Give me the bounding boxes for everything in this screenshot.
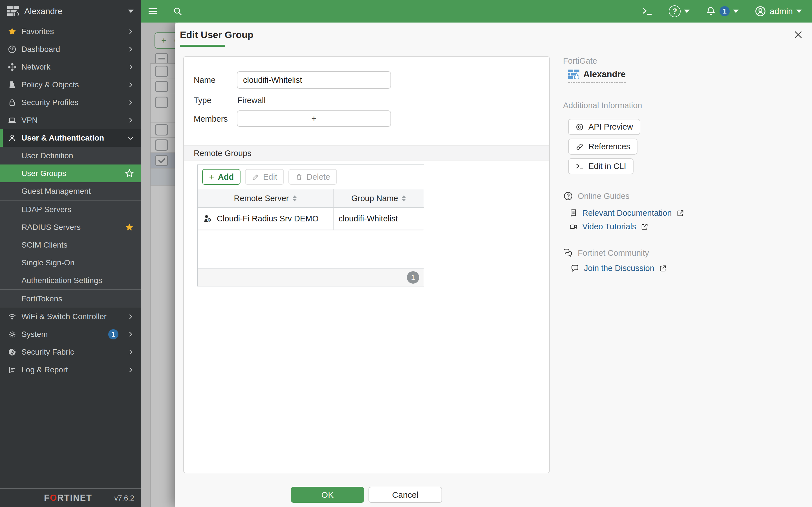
online-guides-header: Online Guides [563, 191, 629, 201]
plus-icon: + [311, 114, 317, 124]
plus-icon: + [209, 172, 214, 182]
additional-information-label: Additional Information [563, 101, 642, 110]
help-circle-icon [563, 191, 573, 201]
target-icon [575, 123, 584, 131]
form-card: Name Type Firewall Members + Remote Grou… [183, 56, 550, 473]
sidebar-item-wifi-switch-controller[interactable]: WiFi & Switch Controller [0, 307, 141, 325]
remote-groups-section-header: Remote Groups [184, 145, 549, 161]
sidebar-item-security-fabric[interactable]: Security Fabric [0, 343, 141, 361]
star-icon [7, 27, 17, 36]
modal-overlay [141, 22, 175, 507]
user-icon [7, 133, 17, 143]
fortinet-community-header: Fortinet Community [563, 248, 649, 258]
sidebar-item-security-profiles[interactable]: Security Profiles [0, 94, 141, 111]
notifications-button[interactable]: 1 [705, 6, 739, 17]
video-tutorials-link[interactable]: Video Tutorials [569, 222, 649, 231]
relevant-documentation-link[interactable]: Relevant Documentation [569, 209, 684, 218]
book-icon [569, 209, 578, 217]
sidebar-item-user-authentication[interactable]: User & Authentication [0, 129, 141, 147]
join-discussion-link[interactable]: Join the Discussion [570, 264, 667, 273]
terminal-icon [575, 162, 584, 171]
laptop-icon [7, 116, 17, 125]
chevron-right-icon [127, 366, 134, 374]
close-dialog-button[interactable] [792, 28, 805, 41]
star-filled-icon[interactable] [124, 223, 134, 232]
device-selector[interactable]: Alexandre [0, 0, 141, 22]
document-icon [7, 80, 17, 89]
sidebar-item-guest-management[interactable]: Guest Management [0, 182, 141, 200]
system-notification-badge: 1 [108, 329, 118, 339]
table-pagination: 1 [198, 269, 424, 286]
chevron-right-icon [127, 28, 134, 35]
sidebar-item-scim-clients[interactable]: SCIM Clients [0, 236, 141, 254]
pencil-icon [252, 173, 260, 181]
sidebar-item-vpn[interactable]: VPN [0, 111, 141, 129]
fortigate-device-name: Alexandre [583, 69, 626, 79]
sidebar-item-single-sign-on[interactable]: Single Sign-On [0, 254, 141, 272]
type-value: Firewall [238, 96, 266, 105]
references-button[interactable]: References [568, 138, 638, 155]
sidebar-item-authentication-settings[interactable]: Authentication Settings [0, 272, 141, 289]
column-header-group-name[interactable]: Group Name [334, 189, 424, 207]
search-button[interactable] [172, 6, 183, 16]
external-link-icon [659, 265, 667, 272]
gear-icon [7, 330, 17, 339]
device-name: Alexandre [24, 6, 62, 16]
chevron-right-icon [127, 117, 134, 124]
edit-in-cli-button[interactable]: Edit in CLI [568, 158, 633, 174]
link-icon [575, 143, 584, 151]
members-label: Members [194, 114, 228, 124]
hamburger-menu-button[interactable] [148, 7, 158, 15]
table-row[interactable]: R Cloudi-Fi Radius Srv DEMO cloudifi-Whi… [198, 208, 424, 230]
sort-icon [292, 195, 297, 202]
sidebar-item-ldap-servers[interactable]: LDAP Servers [0, 201, 141, 218]
external-link-icon [641, 223, 649, 231]
help-menu-button[interactable]: ? [669, 5, 690, 17]
sidebar-item-favorites[interactable]: Favorites [0, 22, 141, 40]
sidebar-item-log-report[interactable]: Log & Report [0, 361, 141, 379]
edit-button[interactable]: Edit [245, 169, 284, 185]
gauge-icon [7, 45, 17, 54]
ok-button[interactable]: OK [291, 487, 364, 503]
sidebar-item-policy-objects[interactable]: Policy & Objects [0, 76, 141, 94]
sidebar-item-user-definition[interactable]: User Definition [0, 147, 141, 165]
add-button[interactable]: +Add [202, 169, 241, 185]
edit-user-group-dialog: Edit User Group Name Type Firewall Membe… [175, 22, 812, 507]
admin-menu-button[interactable]: admin [755, 5, 802, 17]
name-input[interactable] [237, 71, 391, 89]
sidebar-footer: FORTINET v7.6.2 [0, 489, 141, 507]
bell-icon [705, 6, 716, 17]
members-add-field[interactable]: + [237, 110, 391, 127]
sidebar-item-network[interactable]: Network [0, 58, 141, 76]
chevron-down-icon [127, 134, 134, 142]
sidebar-item-dashboard[interactable]: Dashboard [0, 40, 141, 58]
help-icon: ? [669, 5, 680, 17]
remote-server-name: Cloudi-Fi Radius Srv DEMO [217, 214, 319, 223]
title-underline [180, 45, 225, 47]
dialog-title: Edit User Group [180, 29, 253, 40]
fortigate-logo-icon [568, 69, 579, 79]
lock-icon [7, 98, 17, 107]
speech-bubble-icon [570, 264, 579, 273]
sidebar-item-user-groups[interactable]: User Groups [0, 165, 141, 182]
sidebar-item-fortitokens[interactable]: FortiTokens [0, 290, 141, 307]
api-preview-button[interactable]: API Preview [568, 119, 640, 135]
column-header-remote-server[interactable]: Remote Server [198, 189, 334, 207]
fortigate-device-link[interactable]: Alexandre [568, 69, 626, 83]
notification-count-badge: 1 [719, 6, 730, 16]
delete-button[interactable]: Delete [289, 169, 337, 185]
chevron-right-icon [127, 63, 134, 71]
remote-groups-table: +Add Edit Delete Remote Server Group Nam… [197, 165, 424, 286]
star-outline-icon[interactable] [124, 169, 134, 178]
move-arrows-icon [7, 62, 17, 71]
cli-console-button[interactable] [642, 6, 653, 16]
chevron-down-icon [733, 10, 739, 13]
chevron-right-icon [127, 81, 134, 89]
table-header-row: Remote Server Group Name [198, 189, 424, 208]
sidebar-item-radius-servers[interactable]: RADIUS Servers [0, 218, 141, 236]
sort-icon [402, 195, 406, 202]
fortigate-logo-icon [7, 6, 19, 16]
trash-icon [295, 173, 303, 181]
sidebar-item-system[interactable]: System 1 [0, 325, 141, 343]
cancel-button[interactable]: Cancel [368, 487, 442, 503]
